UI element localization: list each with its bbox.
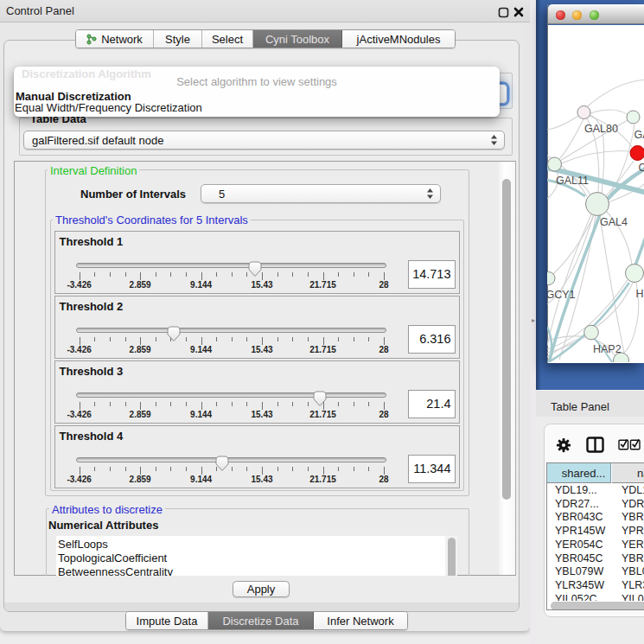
svg-text:GAL11: GAL11 <box>556 175 589 187</box>
svg-text:GAL4: GAL4 <box>600 216 628 228</box>
svg-text:GCY1: GCY1 <box>547 289 576 301</box>
svg-text:HAP2: HAP2 <box>593 343 622 355</box>
svg-text:GAL80: GAL80 <box>584 123 618 135</box>
svg-text:C: C <box>639 162 644 174</box>
svg-text:GA: GA <box>634 129 644 141</box>
svg-text:H: H <box>636 288 644 300</box>
